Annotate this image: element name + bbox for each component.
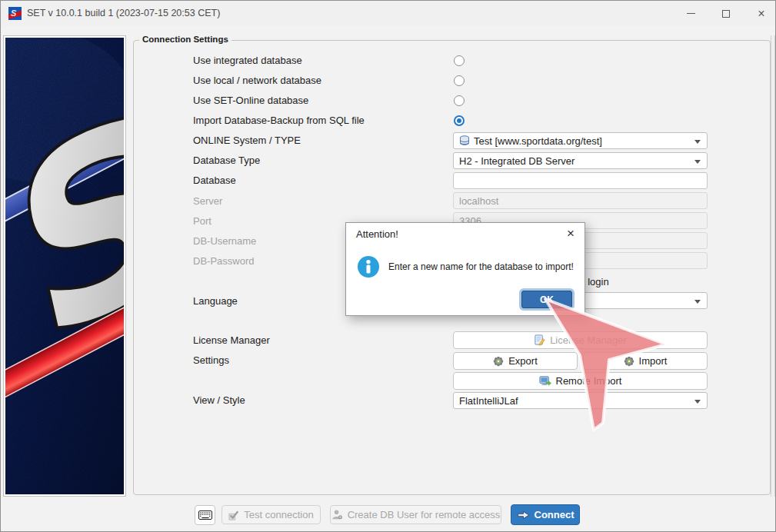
database-type-value: H2 - Integrated DB Server xyxy=(459,155,575,167)
import-button[interactable]: Import xyxy=(583,352,708,370)
app-logo-icon: S xyxy=(8,7,22,20)
minimize-button[interactable] xyxy=(678,1,704,26)
radio-use-set-online-database[interactable] xyxy=(454,95,465,106)
connect-arrow-icon xyxy=(517,510,530,520)
maximize-button[interactable] xyxy=(713,1,739,26)
label-use-set-online-database: Use SET-Online database xyxy=(193,95,308,106)
test-connection-button[interactable]: Test connection xyxy=(221,505,321,524)
online-system-value: Test [www.sportdata.org/test] xyxy=(474,135,602,147)
license-manager-button[interactable]: License Manager xyxy=(453,331,708,349)
checkmark-icon xyxy=(228,510,239,520)
chevron-down-icon xyxy=(694,160,701,164)
label-database: Database xyxy=(193,175,236,186)
remote-monitor-icon xyxy=(539,375,551,387)
maximize-icon xyxy=(722,10,730,18)
view-style-combobox[interactable]: FlatIntelliJLaf xyxy=(453,392,708,409)
remote-import-button-label: Remote Import xyxy=(556,375,622,387)
connect-button[interactable]: Connect xyxy=(511,504,580,525)
online-system-combobox[interactable]: Test [www.sportdata.org/test] xyxy=(453,132,708,149)
close-button[interactable]: × xyxy=(748,1,774,26)
chevron-down-icon xyxy=(694,400,701,404)
user-gear-icon xyxy=(331,509,343,520)
create-db-user-button[interactable]: Create DB User for remote access xyxy=(330,505,501,524)
scrollbar-track[interactable] xyxy=(771,35,775,497)
export-button[interactable]: Export xyxy=(453,352,578,370)
view-style-value: FlatIntelliJLaf xyxy=(459,395,518,407)
dialog-title: Attention! xyxy=(356,228,398,240)
dialog-message: Enter a new name for the database to imp… xyxy=(388,261,574,272)
attention-dialog: Attention! × Enter a new name for the da… xyxy=(345,222,585,316)
radio-use-integrated-database[interactable] xyxy=(454,55,465,66)
license-document-icon xyxy=(534,334,545,346)
gear-icon xyxy=(493,356,504,367)
window-title: SET v 10.0.1 build 1 (2023-07-15 20:53 C… xyxy=(27,1,220,26)
label-db-username: DB-Username xyxy=(193,235,256,247)
app-window: S SET v 10.0.1 build 1 (2023-07-15 20:53… xyxy=(0,0,776,532)
export-button-label: Export xyxy=(508,355,538,367)
label-language: Language xyxy=(193,295,238,307)
create-db-user-label: Create DB User for remote access xyxy=(348,509,501,520)
database-type-combobox[interactable]: H2 - Integrated DB Server xyxy=(453,152,708,169)
label-license-manager: License Manager xyxy=(193,334,270,346)
label-database-type: Database Type xyxy=(193,155,260,166)
connect-button-label: Connect xyxy=(535,509,575,520)
title-bar: S SET v 10.0.1 build 1 (2023-07-15 20:53… xyxy=(1,1,775,26)
import-button-label: Import xyxy=(639,355,668,367)
info-icon xyxy=(357,255,380,281)
remote-import-button[interactable]: Remote Import xyxy=(453,372,708,390)
label-settings: Settings xyxy=(193,354,229,366)
label-server: Server xyxy=(193,195,222,207)
database-icon xyxy=(459,135,470,146)
label-import-database-backup: Import Database-Backup from SQL file xyxy=(193,115,365,126)
last-login-label-fragment: t login xyxy=(582,276,609,288)
minimize-icon xyxy=(687,13,695,14)
chevron-down-icon xyxy=(694,140,701,144)
label-use-local-network-database: Use local / network database xyxy=(193,75,321,86)
set-logo-image: S xyxy=(3,35,126,497)
label-port: Port xyxy=(193,215,211,227)
set-logo-graphic: S xyxy=(5,38,124,494)
label-view-style: View / Style xyxy=(193,394,245,406)
svg-text:S: S xyxy=(11,8,17,18)
ok-button[interactable]: OK xyxy=(521,291,572,308)
onscreen-keyboard-button[interactable] xyxy=(195,505,215,525)
ok-button-label: OK xyxy=(540,294,554,305)
test-connection-label: Test connection xyxy=(244,509,313,520)
label-use-integrated-database: Use integrated database xyxy=(193,55,302,66)
keyboard-icon xyxy=(198,510,212,520)
label-online-system: ONLINE System / TYPE xyxy=(193,135,301,146)
radio-use-local-network-database[interactable] xyxy=(454,75,465,86)
chevron-down-icon xyxy=(694,300,701,304)
label-db-password: DB-Password xyxy=(193,255,254,267)
dialog-close-button[interactable]: × xyxy=(561,224,580,243)
database-input[interactable] xyxy=(453,172,708,189)
radio-import-database-backup[interactable] xyxy=(454,115,465,126)
gear-icon xyxy=(624,356,634,367)
server-input xyxy=(453,192,708,209)
groupbox-legend: Connection Settings xyxy=(139,35,231,44)
license-manager-button-label: License Manager xyxy=(550,334,627,346)
